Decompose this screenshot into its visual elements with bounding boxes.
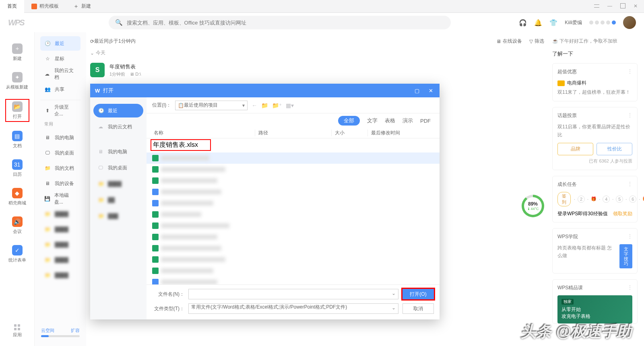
vote-brand-button[interactable]: 品牌 (557, 143, 593, 155)
sidebar-share[interactable]: 👥共享 (40, 82, 80, 97)
rail-docs[interactable]: ▤文档 (5, 129, 29, 150)
window-minimize-icon[interactable]: — (607, 3, 612, 10)
claim-reward-link[interactable]: 领取奖励 (613, 210, 632, 217)
list-row[interactable] (147, 265, 440, 276)
list-row[interactable] (147, 175, 440, 186)
up-folder-icon[interactable]: 📁 (261, 102, 268, 109)
list-row[interactable] (147, 243, 440, 254)
tab-template[interactable]: 稻壳模板 (24, 0, 66, 13)
dialog-side-blur-2[interactable]: 📁██ (93, 193, 143, 207)
sidebar-blur-3[interactable]: 📁████ (40, 237, 80, 252)
learn-heading: 了解一下 (552, 50, 638, 58)
list-row[interactable] (147, 254, 440, 265)
doc-icon: ▤ (12, 131, 23, 141)
new-folder-icon[interactable]: 📁⁺ (272, 102, 282, 109)
today-separator: ⌄今天 (90, 49, 544, 56)
more-icon[interactable]: ⋮ (627, 68, 632, 75)
location-select[interactable]: 📋 最近使用的项目 (175, 101, 248, 110)
window-menu-icon[interactable] (594, 3, 599, 10)
list-row[interactable] (147, 186, 440, 198)
filename-input[interactable] (188, 289, 398, 299)
sidebar-upgrade[interactable]: ⬆升级至企... (40, 103, 80, 118)
window-close-icon[interactable]: ✕ (634, 3, 638, 10)
list-row[interactable] (147, 152, 440, 164)
col-date[interactable]: 最后修改时间 (368, 130, 434, 136)
sidebar-localdisk[interactable]: 💾本地磁盘... (40, 192, 80, 206)
open-button[interactable]: 打开(O) (402, 289, 434, 299)
online-device-link[interactable]: 🖥在线设备 (496, 38, 522, 45)
filter-sheet[interactable]: 表格 (385, 117, 395, 124)
avatar[interactable] (623, 16, 636, 29)
rail-from-template[interactable]: ✦从模板新建 (5, 70, 29, 92)
cloud-space-label[interactable]: 云空间 (41, 327, 54, 334)
more-icon[interactable]: ⋮ (627, 112, 632, 119)
dialog-side-pc[interactable]: 🖥我的电脑 (93, 145, 143, 159)
dialog-close-icon[interactable]: ✕ (427, 88, 435, 94)
cancel-button[interactable]: 取消 (402, 303, 434, 314)
filter-pdf[interactable]: PDF (420, 118, 431, 124)
sidebar-recent[interactable]: 🕑最近 (40, 36, 80, 51)
more-icon[interactable]: ⋮ (627, 181, 632, 188)
list-row[interactable] (147, 209, 440, 220)
list-row[interactable] (147, 276, 440, 284)
filetype-select[interactable]: 常用文件(文字/Word格式;表格/Excel格式;演示/PowerPoint格… (188, 303, 398, 314)
col-name[interactable]: 名称 (152, 130, 255, 136)
rail-meeting[interactable]: 🔊会议 (5, 215, 29, 236)
dialog-side-blur-1[interactable]: 📁████ (93, 177, 143, 191)
filter-link[interactable]: ▽筛选 (529, 38, 544, 45)
vote-price-button[interactable]: 性价比 (597, 143, 632, 155)
rail-form[interactable]: ✓统计表单 (5, 243, 29, 265)
list-row[interactable] (147, 164, 440, 175)
window-maximize-icon[interactable] (620, 3, 625, 10)
sidebar-star[interactable]: ☆星标 (40, 51, 80, 66)
list-row[interactable] (147, 220, 440, 231)
sidebar-mydoc[interactable]: 📁我的文档 (40, 161, 80, 175)
sidebar-blur-4[interactable]: 📁████ (40, 253, 80, 267)
sidebar-mypc[interactable]: 🖥我的电脑 (40, 130, 80, 145)
calendar-icon: 31 (12, 159, 23, 170)
skin-icon[interactable]: 👕 (549, 19, 557, 27)
rail-new[interactable]: ＋新建 (5, 42, 29, 63)
notification-icon[interactable]: 🔔 (534, 19, 542, 27)
search-input[interactable] (127, 20, 444, 26)
expand-link[interactable]: 扩容 (71, 327, 80, 334)
more-icon[interactable]: ⋮ (627, 284, 632, 291)
course-banner[interactable]: 独家 从零开始 攻克电子表格 (557, 295, 632, 323)
file-list[interactable]: 年度销售表.xlsx (147, 138, 440, 284)
filter-slide[interactable]: 演示 (402, 117, 413, 124)
view-icon[interactable]: ▦▾ (286, 102, 294, 109)
search-bar[interactable]: 🔍 (109, 16, 451, 29)
dialog-maximize-icon[interactable]: ▢ (413, 88, 421, 94)
dialog-side-recent[interactable]: 🕑最近 (93, 104, 143, 117)
list-row-first[interactable]: 年度销售表.xlsx (151, 139, 211, 151)
rail-open[interactable]: 📂打开 (5, 99, 29, 122)
rail-apps[interactable]: 应用 (13, 324, 22, 338)
filter-all[interactable]: 全部 (338, 116, 360, 126)
list-row[interactable] (147, 198, 440, 209)
tab-home[interactable]: 首页 (0, 0, 24, 13)
dialog-side-blur-3[interactable]: 📁███ (93, 209, 143, 223)
tab-new[interactable]: ＋新建 (66, 0, 98, 13)
col-size[interactable]: 大小 (332, 130, 368, 136)
sidebar-blur-1[interactable]: 📁████ (40, 207, 80, 221)
dialog-side-desktop[interactable]: 🖵我的桌面 (93, 161, 143, 175)
rail-shop[interactable]: ◆稻壳商城 (5, 186, 29, 208)
sidebar-blur-2[interactable]: 📁████ (40, 222, 80, 237)
filter-text[interactable]: 文字 (367, 117, 378, 124)
headset-icon[interactable]: 🎧 (519, 19, 527, 27)
sidebar-desktop[interactable]: 🖵我的桌面 (40, 146, 80, 160)
rail-calendar[interactable]: 31日历 (5, 158, 29, 179)
col-path[interactable]: 路径 (255, 130, 332, 136)
app-header: WPS 🔍 🎧 🔔 👕 Kiili爱编 (0, 13, 644, 32)
more-icon[interactable]: ⋮ (627, 233, 632, 240)
checkin-chip[interactable]: 签到 (557, 192, 571, 206)
sidebar-blur-5[interactable]: 📁████ (40, 268, 80, 282)
performance-ring[interactable]: 89% 🌡44°C (522, 195, 544, 217)
list-row[interactable] (147, 231, 440, 243)
sidebar-device[interactable]: 🖥我的设备 (40, 176, 80, 191)
back-icon[interactable]: ← (252, 102, 257, 109)
file-row[interactable]: S 年度销售表 1分钟前 🖥 D:\ (90, 60, 544, 80)
dialog-side-cloud[interactable]: ☁我的云文档 (93, 120, 143, 134)
vote-count: 已有 6362 人参与投票 (557, 158, 632, 165)
sidebar-cloud[interactable]: ☁我的云文档 (40, 67, 80, 81)
